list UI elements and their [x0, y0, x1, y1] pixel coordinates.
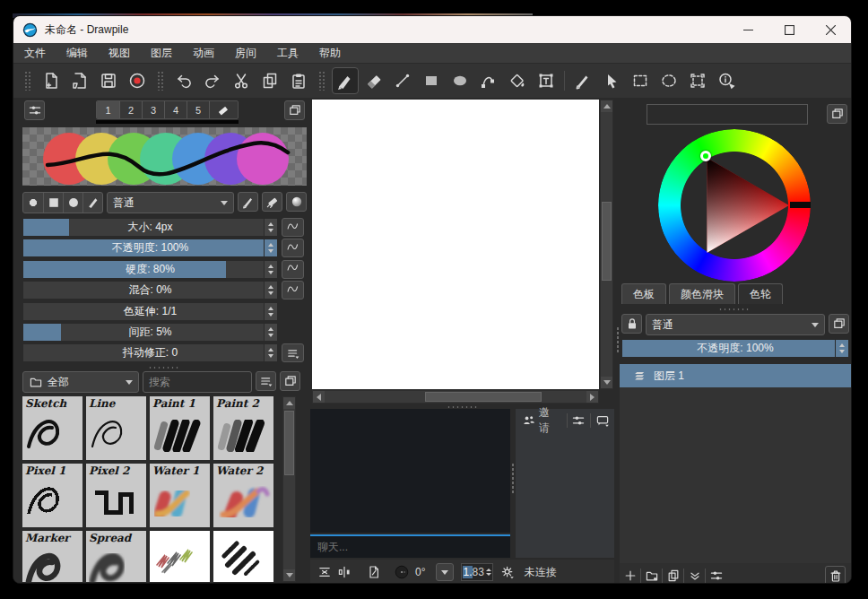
preset-menu-button[interactable] — [256, 371, 276, 391]
toolbar-drag-handle[interactable] — [157, 71, 164, 91]
view-settings-button[interactable] — [500, 565, 515, 579]
detach-color-dock-button[interactable] — [827, 104, 847, 124]
preset-water2[interactable]: Water 2 — [213, 464, 273, 527]
slider-spinner[interactable] — [264, 303, 277, 320]
preset-pencil[interactable]: pencil — [150, 531, 210, 582]
brush-slot-5[interactable]: 5 — [187, 101, 209, 118]
preset-spread[interactable]: Spread — [86, 531, 146, 582]
preset-pixel1[interactable]: Pixel 1 — [22, 464, 82, 527]
sv-triangle[interactable] — [658, 129, 811, 282]
pressure-curve-button[interactable] — [282, 281, 304, 300]
text-button[interactable] — [533, 67, 560, 94]
slider-3[interactable]: 混合: 0% — [22, 281, 278, 300]
mirror-canvas-button[interactable] — [317, 565, 332, 579]
magic-select-button[interactable] — [684, 67, 711, 94]
select-button[interactable] — [598, 67, 625, 94]
slider-spinner[interactable] — [264, 282, 277, 299]
new-file-button[interactable] — [38, 67, 65, 94]
chat-input[interactable]: 聊天... — [310, 534, 510, 558]
brush-slot-4[interactable]: 4 — [164, 101, 187, 118]
layer-lock-button[interactable] — [621, 314, 642, 334]
layer-row[interactable]: 图层 1 — [620, 364, 851, 387]
smudge-mode-button[interactable] — [286, 192, 307, 212]
chat-splitter-handle[interactable] — [511, 463, 515, 493]
detach-brush-dock-button[interactable] — [284, 100, 305, 120]
maximize-button[interactable] — [768, 16, 810, 43]
brush-slot-2[interactable]: 2 — [119, 101, 142, 118]
menu-1[interactable]: 编辑 — [66, 46, 88, 61]
bezier-button[interactable] — [475, 67, 502, 94]
rect-select-button[interactable] — [627, 67, 654, 94]
shape-soft-round-button[interactable] — [63, 193, 82, 213]
copy-button[interactable] — [256, 67, 283, 94]
preset-search-input[interactable]: 搜索 — [143, 371, 252, 393]
slider-2[interactable]: 硬度: 80% — [22, 260, 278, 279]
menu-5[interactable]: 房间 — [235, 46, 256, 61]
menu-0[interactable]: 文件 — [24, 46, 46, 61]
layer-blend-mode-dropdown[interactable]: 普通 — [646, 314, 825, 335]
paste-button[interactable] — [285, 67, 312, 94]
brush-blend-mode-dropdown[interactable]: 普通 — [107, 192, 234, 213]
canvas-vertical-scrollbar[interactable] — [600, 100, 613, 389]
preset-pixel2[interactable]: Pixel 2 — [86, 464, 146, 527]
color-tab-色轮[interactable]: 色轮 — [738, 283, 783, 304]
delete-layer-button[interactable] — [825, 566, 846, 585]
redo-button[interactable] — [199, 67, 226, 94]
colorpicker-button[interactable] — [569, 67, 596, 94]
slider-5[interactable]: 间距: 5% — [22, 323, 278, 342]
stabilizer-menu-button[interactable] — [282, 343, 304, 362]
layer-opacity-slider[interactable]: 不透明度: 100% — [621, 339, 849, 358]
slider-6[interactable]: 抖动修正: 0 — [22, 343, 278, 362]
preset-paint1[interactable]: Paint 1 — [150, 396, 210, 460]
preset-scrollbar[interactable] — [282, 396, 296, 582]
dock-splitter-handle[interactable] — [718, 308, 751, 311]
slider-4[interactable]: 色延伸: 1/1 — [22, 302, 278, 321]
record-button[interactable] — [124, 67, 151, 94]
line-button[interactable] — [389, 67, 416, 94]
preset-line[interactable]: Line — [86, 396, 146, 460]
preset-water1[interactable]: Water 1 — [150, 464, 210, 527]
brush-slot-3[interactable]: 3 — [142, 101, 164, 118]
slider-spinner[interactable] — [264, 219, 277, 236]
eraser-mode-button[interactable] — [262, 192, 282, 212]
rotation-dial[interactable] — [395, 565, 409, 579]
slider-spinner[interactable] — [264, 344, 277, 361]
duplicate-layer-button[interactable] — [663, 566, 683, 585]
session-settings-button[interactable] — [569, 412, 589, 430]
menu-2[interactable]: 视图 — [108, 46, 130, 61]
canvas-frame-button[interactable] — [367, 565, 381, 579]
shape-hard-round-button[interactable] — [23, 193, 43, 213]
pressure-curve-button[interactable] — [282, 239, 304, 257]
preset-marker[interactable]: Marker — [22, 531, 82, 582]
rotation-dropdown-button[interactable] — [436, 563, 454, 581]
eraser-button[interactable] — [360, 67, 387, 94]
sv-marker[interactable] — [700, 151, 711, 161]
invite-button[interactable]: 邀请 — [517, 412, 565, 430]
slider-1[interactable]: 不透明度: 100% — [22, 239, 278, 257]
lasso-select-button[interactable] — [655, 67, 682, 94]
brush-slot-1[interactable]: 1 — [97, 101, 119, 118]
save-button[interactable] — [95, 67, 122, 94]
preset-sketch[interactable]: Sketch — [22, 396, 82, 460]
pressure-curve-button[interactable] — [282, 218, 304, 237]
menu-3[interactable]: 图层 — [151, 46, 172, 61]
brush-settings-button[interactable] — [24, 100, 45, 120]
canvas-hscroll-thumb[interactable] — [425, 392, 542, 402]
fill-button[interactable] — [504, 67, 531, 94]
brush-slot-eraser[interactable] — [209, 101, 238, 118]
pressure-curve-button[interactable] — [282, 260, 304, 279]
close-button[interactable] — [810, 16, 851, 43]
canvas-vscroll-thumb[interactable] — [602, 202, 612, 281]
ellipse-button[interactable] — [447, 67, 473, 94]
canvas-horizontal-scrollbar[interactable] — [312, 390, 599, 404]
add-group-button[interactable] — [641, 566, 662, 585]
preset-filter-dropdown[interactable]: 全部 — [22, 371, 139, 393]
menu-4[interactable]: 动画 — [193, 46, 214, 61]
preset-charcoal[interactable]: charcoal — [213, 531, 273, 582]
color-tab-颜色滑块[interactable]: 颜色滑块 — [669, 283, 735, 304]
detach-layer-dock-button[interactable] — [829, 314, 849, 334]
pen-mode-button[interactable] — [238, 192, 258, 212]
color-wheel[interactable] — [658, 129, 811, 282]
inspect-button[interactable] — [713, 67, 740, 94]
toolbar-drag-handle[interactable] — [24, 71, 31, 91]
